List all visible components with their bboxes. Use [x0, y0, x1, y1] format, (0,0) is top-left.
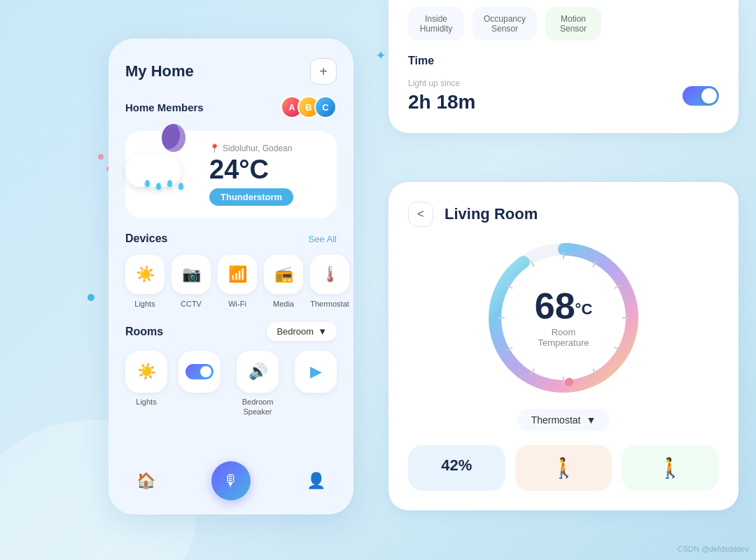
- time-section: Time Light up since 2h 18m: [408, 55, 719, 113]
- speaker-icon: 🔊: [237, 351, 279, 393]
- devices-section-header: Devices See All: [125, 232, 337, 245]
- right-top-card: InsideHumidity OccupancySensor MotionSen…: [388, 0, 738, 133]
- room-lights-icon-item: ☀️ Lights: [125, 351, 167, 417]
- see-all-button[interactable]: See All: [309, 234, 337, 244]
- room-toggle-item: [178, 351, 220, 417]
- weather-info: 📍 Sidoluhur, Godean 24°C Thunderstorm: [209, 144, 293, 206]
- profile-nav-icon[interactable]: 👤: [307, 472, 326, 490]
- media-icon: 📻: [264, 255, 303, 294]
- cctv-icon: 📷: [172, 255, 211, 294]
- cctv-label: CCTV: [181, 300, 202, 308]
- thermostat-dropdown-wrap: Thermostat ▼: [408, 409, 719, 431]
- weather-icon: [111, 124, 202, 215]
- occupancy-sensor-card: 🚶: [622, 445, 719, 491]
- sensor-chip-occupancy: OccupancySensor: [472, 7, 537, 41]
- time-toggle[interactable]: [682, 86, 719, 106]
- lights-toggle[interactable]: [186, 364, 214, 379]
- gauge-center: 68°C Room Temperature: [525, 288, 602, 348]
- home-members-section: Home Members A B C: [125, 96, 337, 118]
- speaker-label: Bedroom Speaker: [232, 397, 284, 417]
- thermostat-dropdown[interactable]: Thermostat ▼: [517, 409, 610, 431]
- room-play-item: ▶: [295, 351, 337, 417]
- sensor-chips: InsideHumidity OccupancySensor MotionSen…: [408, 0, 719, 41]
- humidity-label: InsideHumidity: [419, 14, 453, 34]
- chevron-down-icon: ▼: [318, 326, 327, 337]
- thermostat-chevron-icon: ▼: [586, 414, 596, 426]
- occupancy-label: OccupancySensor: [484, 14, 526, 34]
- rooms-section-header: Rooms Bedroom ▼: [125, 322, 337, 341]
- living-room-card: < Living Room: [388, 182, 738, 510]
- lights-label: Lights: [134, 300, 155, 308]
- media-label: Media: [273, 300, 294, 308]
- living-room-header: < Living Room: [408, 202, 719, 227]
- left-phone-card: My Home + Home Members A B C: [108, 38, 354, 514]
- room-lights-icon: ☀️: [125, 351, 167, 393]
- gauge-wrap: 68°C Room Temperature: [486, 241, 640, 395]
- play-icon-wrap[interactable]: ▶: [295, 351, 337, 393]
- living-room-title: Living Room: [444, 205, 538, 223]
- sensor-chip-humidity: InsideHumidity: [408, 7, 464, 41]
- weather-temperature: 24°C: [209, 156, 293, 183]
- add-button[interactable]: +: [310, 58, 337, 85]
- motion-sensor-card: 🚶: [515, 445, 612, 491]
- bottom-sensors: 42% 🚶 🚶: [408, 445, 719, 491]
- sparkle-icon: ✦: [376, 49, 385, 62]
- time-title: Time: [408, 55, 719, 67]
- location-pin-icon: 📍: [209, 144, 220, 153]
- room-lights-label: Lights: [136, 397, 156, 407]
- motion-label: MotionSensor: [556, 14, 590, 34]
- rooms-grid: ☀️ Lights 🔊 Bedroom Speaker ▶: [125, 351, 337, 417]
- room-dropdown[interactable]: Bedroom ▼: [267, 322, 337, 341]
- member-avatars: A B C: [286, 96, 337, 118]
- light-up-since-label: Light up since: [408, 78, 476, 88]
- mic-button[interactable]: 🎙: [211, 461, 251, 500]
- time-value: 2h 18m: [408, 91, 476, 113]
- wifi-label: Wi-Fi: [228, 300, 246, 308]
- avatar-3: C: [314, 96, 337, 118]
- time-toggle-knob: [701, 88, 717, 104]
- home-members-label: Home Members: [125, 102, 204, 113]
- occupancy-person-icon: 🚶: [658, 456, 682, 479]
- weather-condition: Thunderstorm: [209, 188, 293, 206]
- watermark: CSDN @defdsdddev: [678, 545, 749, 553]
- thermostat-icon: 🌡️: [310, 255, 349, 294]
- device-wifi[interactable]: 📶 Wi-Fi: [218, 255, 257, 308]
- dot-decoration: [88, 294, 94, 301]
- pink-dot-1: [98, 154, 104, 160]
- time-info: Light up since 2h 18m: [408, 78, 476, 113]
- thermostat-label: Thermostat: [310, 300, 349, 308]
- time-row: Light up since 2h 18m: [408, 78, 719, 113]
- device-media[interactable]: 📻 Media: [264, 255, 303, 308]
- app-title: My Home: [125, 62, 194, 80]
- home-nav-icon[interactable]: 🏠: [136, 472, 155, 490]
- devices-title: Devices: [125, 232, 168, 245]
- motion-person-icon: 🚶: [552, 456, 576, 479]
- wifi-icon: 📶: [218, 255, 257, 294]
- weather-location: 📍 Sidoluhur, Godean: [209, 144, 293, 153]
- back-button[interactable]: <: [408, 202, 433, 227]
- room-speaker-item: 🔊 Bedroom Speaker: [232, 351, 284, 417]
- lights-icon: ☀️: [125, 255, 164, 294]
- humidity-sensor-card: 42%: [408, 445, 505, 491]
- toggle-knob: [200, 366, 211, 377]
- phone-header: My Home +: [125, 58, 337, 85]
- device-lights[interactable]: ☀️ Lights: [125, 255, 164, 308]
- device-cctv[interactable]: 📷 CCTV: [172, 255, 211, 308]
- devices-row: ☀️ Lights 📷 CCTV 📶 Wi-Fi 📻 Media 🌡️ Ther…: [125, 255, 337, 308]
- rooms-title: Rooms: [125, 326, 163, 338]
- temperature-gauge: 68°C Room Temperature: [408, 241, 719, 395]
- weather-card: 📍 Sidoluhur, Godean 24°C Thunderstorm: [125, 131, 337, 218]
- device-thermostat[interactable]: 🌡️ Thermostat: [310, 255, 349, 308]
- sensor-chip-motion: MotionSensor: [545, 7, 601, 41]
- temperature-display: 68°C: [525, 288, 602, 324]
- bottom-nav: 🏠 🎙 👤: [108, 461, 354, 500]
- temperature-label: Room Temperature: [525, 327, 602, 348]
- lights-toggle-wrap[interactable]: [178, 351, 220, 393]
- humidity-value: 42%: [441, 456, 472, 475]
